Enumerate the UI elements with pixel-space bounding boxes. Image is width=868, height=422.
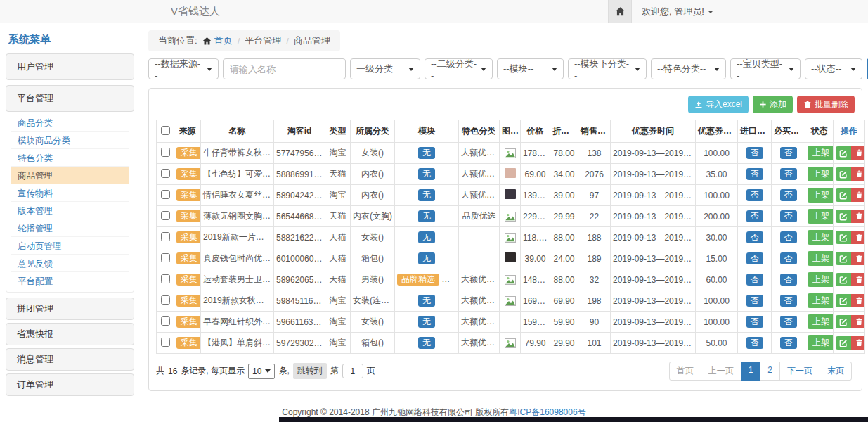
breadcrumb-home-link[interactable]: 首页 bbox=[202, 34, 233, 47]
sidebar-subitem[interactable]: 轮播管理 bbox=[11, 219, 129, 237]
pager-item-2[interactable]: 2 bbox=[760, 362, 780, 381]
status-button[interactable]: 上架 bbox=[808, 167, 834, 181]
user-menu[interactable]: 欢迎您, 管理员! bbox=[642, 6, 713, 18]
sidebar-subitem[interactable]: 模块商品分类 bbox=[11, 132, 129, 149]
status-button[interactable]: 上架 bbox=[808, 188, 834, 203]
module-select[interactable]: --模块-- bbox=[497, 58, 564, 79]
sidebar-item-saving-news[interactable]: 省惠快报 bbox=[6, 323, 134, 345]
imported-toggle[interactable]: 否 bbox=[746, 316, 763, 328]
select-all-checkbox[interactable] bbox=[161, 126, 170, 135]
module-subcategory-select[interactable]: --模块下分类-- bbox=[568, 58, 647, 79]
edit-button[interactable] bbox=[836, 188, 851, 202]
sidebar-subitem[interactable]: 宣传物料 bbox=[11, 184, 129, 202]
edit-button[interactable] bbox=[836, 294, 851, 307]
imported-toggle[interactable]: 否 bbox=[746, 252, 763, 265]
imported-toggle[interactable]: 否 bbox=[746, 274, 763, 286]
jump-button[interactable]: 跳转到 bbox=[293, 363, 327, 379]
import-excel-button[interactable]: 导入excel bbox=[688, 96, 749, 113]
edit-button[interactable] bbox=[836, 315, 851, 328]
sidebar-item-message-mgmt[interactable]: 消息管理 bbox=[6, 348, 134, 371]
status-button[interactable]: 上架 bbox=[808, 272, 834, 287]
must-buy-toggle[interactable]: 否 bbox=[780, 295, 797, 307]
name-search-input[interactable] bbox=[223, 58, 346, 79]
delete-button[interactable] bbox=[851, 146, 865, 160]
page-number-input[interactable] bbox=[342, 364, 363, 378]
level2-category-select[interactable]: --二级分类-- bbox=[425, 58, 493, 79]
status-button[interactable]: 上架 bbox=[808, 251, 834, 266]
delete-button[interactable] bbox=[851, 210, 865, 223]
sidebar-subitem[interactable]: 特色分类 bbox=[11, 149, 129, 167]
item-type-select[interactable]: --宝贝类型-- bbox=[730, 58, 801, 79]
must-buy-toggle[interactable]: 否 bbox=[780, 210, 797, 223]
edit-button[interactable] bbox=[836, 336, 851, 350]
imported-toggle[interactable]: 否 bbox=[746, 337, 763, 350]
sidebar-subitem[interactable]: 商品管理 bbox=[11, 167, 129, 184]
sidebar-item-platform-mgmt[interactable]: 平台管理 bbox=[6, 85, 134, 112]
sidebar-subitem[interactable]: 版本管理 bbox=[11, 202, 129, 219]
imported-toggle[interactable]: 否 bbox=[746, 210, 763, 223]
edit-button[interactable] bbox=[836, 231, 851, 244]
delete-button[interactable] bbox=[851, 252, 865, 265]
must-buy-toggle[interactable]: 否 bbox=[780, 189, 797, 202]
edit-button[interactable] bbox=[836, 252, 851, 265]
delete-button[interactable] bbox=[851, 188, 865, 202]
sidebar-subitem[interactable]: 平台配置 bbox=[11, 272, 129, 290]
delete-button[interactable] bbox=[851, 315, 865, 328]
edit-button[interactable] bbox=[836, 273, 851, 286]
sidebar-subitem[interactable]: 意见反馈 bbox=[11, 255, 129, 272]
imported-toggle[interactable]: 否 bbox=[746, 189, 763, 202]
row-checkbox[interactable] bbox=[161, 148, 170, 157]
must-buy-toggle[interactable]: 否 bbox=[780, 274, 797, 286]
status-button[interactable]: 上架 bbox=[808, 209, 834, 224]
batch-delete-button[interactable]: 批量删除 bbox=[797, 96, 855, 113]
status-button[interactable]: 上架 bbox=[808, 146, 834, 160]
page-size-select[interactable]: 10 bbox=[248, 364, 275, 379]
status-button[interactable]: 上架 bbox=[808, 335, 834, 350]
pager-item-1[interactable]: 1 bbox=[741, 362, 761, 381]
pager-item-上一页[interactable]: 上一页 bbox=[701, 362, 741, 381]
sidebar-subitem[interactable]: 启动页管理 bbox=[11, 237, 129, 255]
row-checkbox[interactable] bbox=[161, 211, 170, 220]
status-button[interactable]: 上架 bbox=[808, 314, 834, 329]
must-buy-toggle[interactable]: 否 bbox=[780, 316, 797, 328]
row-checkbox[interactable] bbox=[161, 274, 170, 283]
status-button[interactable]: 上架 bbox=[808, 230, 834, 245]
feature-category-select[interactable]: --特色分类-- bbox=[651, 58, 726, 79]
edit-button[interactable] bbox=[836, 210, 851, 223]
must-buy-toggle[interactable]: 否 bbox=[780, 147, 797, 160]
pager-item-末页[interactable]: 末页 bbox=[820, 362, 852, 381]
delete-button[interactable] bbox=[851, 294, 865, 307]
pager-item-下一页[interactable]: 下一页 bbox=[779, 362, 820, 381]
add-button[interactable]: 添加 bbox=[753, 96, 793, 113]
row-checkbox[interactable] bbox=[161, 338, 170, 347]
row-checkbox[interactable] bbox=[161, 190, 170, 199]
source-filter-select[interactable]: --数据来源-- bbox=[148, 58, 219, 79]
pager-item-首页[interactable]: 首页 bbox=[669, 362, 701, 381]
home-button[interactable] bbox=[608, 0, 632, 23]
imported-toggle[interactable]: 否 bbox=[746, 147, 763, 160]
level1-category-select[interactable]: 一级分类 bbox=[350, 58, 420, 79]
status-select[interactable]: --状态-- bbox=[805, 58, 862, 79]
must-buy-toggle[interactable]: 否 bbox=[780, 168, 797, 181]
edit-button[interactable] bbox=[836, 146, 851, 160]
imported-toggle[interactable]: 否 bbox=[746, 231, 763, 244]
sidebar-item-group-buy-mgmt[interactable]: 拼团管理 bbox=[6, 298, 134, 320]
must-buy-toggle[interactable]: 否 bbox=[780, 252, 797, 265]
sidebar-item-user-mgmt[interactable]: 用户管理 bbox=[6, 53, 134, 80]
must-buy-toggle[interactable]: 否 bbox=[780, 231, 797, 244]
sidebar-item-order-mgmt[interactable]: 订单管理 bbox=[6, 373, 134, 396]
sidebar-subitem[interactable]: 商品分类 bbox=[11, 114, 129, 132]
delete-button[interactable] bbox=[851, 336, 865, 350]
imported-toggle[interactable]: 否 bbox=[746, 168, 763, 181]
row-checkbox[interactable] bbox=[161, 169, 170, 178]
must-buy-toggle[interactable]: 否 bbox=[780, 337, 797, 350]
icp-link[interactable]: 粤ICP备16098006号 bbox=[509, 407, 585, 417]
edit-button[interactable] bbox=[836, 167, 851, 181]
row-checkbox[interactable] bbox=[161, 295, 170, 305]
row-checkbox[interactable] bbox=[161, 253, 170, 262]
delete-button[interactable] bbox=[851, 167, 865, 181]
row-checkbox[interactable] bbox=[161, 232, 170, 241]
status-button[interactable]: 上架 bbox=[808, 293, 834, 308]
row-checkbox[interactable] bbox=[161, 316, 170, 326]
delete-button[interactable] bbox=[851, 273, 865, 286]
